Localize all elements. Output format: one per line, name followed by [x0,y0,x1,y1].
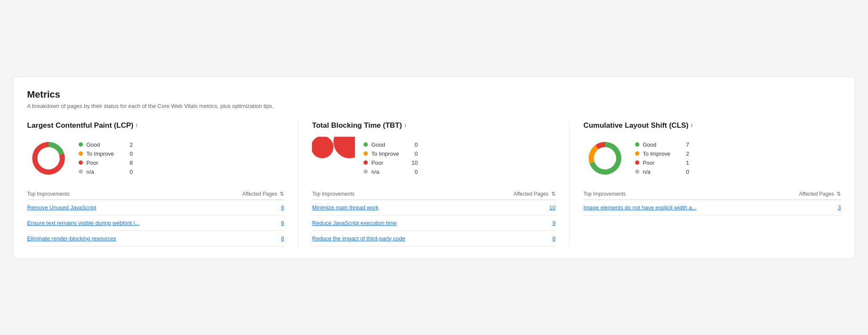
legend-item-tbt-2: Poor 10 [364,160,418,166]
table-row-tbt-0: Minimize main thread work 10 [312,200,555,215]
improvement-link-tbt-2[interactable]: Reduce the impact of third-party code [312,235,405,242]
legend-label-tbt-3: n/a [371,169,406,175]
legend-lcp: Good 2 To Improve 0 Poor 8 n/a 0 [79,141,133,175]
affected-count-cls-0[interactable]: 3 [771,200,841,215]
sort-icon-lcp[interactable]: ⇅ [280,191,284,197]
improvement-link-tbt-1[interactable]: Reduce JavaScript execution time [312,220,397,226]
improvements-table-cls: Top Improvements Affected Pages ⇅ Image … [584,188,841,215]
improvement-label-tbt-2: Reduce the impact of third-party code [312,231,480,246]
affected-count-lcp-0[interactable]: 8 [214,200,284,215]
improvements-table-lcp: Top Improvements Affected Pages ⇅ Remove… [27,188,284,246]
col-affected-pages-lcp: Affected Pages ⇅ [214,188,284,200]
legend-dot-lcp-0 [79,142,83,147]
metric-title-lcp: Largest Contentful Paint (LCP) i [27,121,284,130]
legend-dot-tbt-0 [364,142,368,147]
donut-lcp [27,137,70,180]
legend-count-cls-0: 7 [681,141,689,148]
legend-item-cls-0: Good 7 [635,141,689,148]
affected-count-tbt-0[interactable]: 10 [480,200,556,215]
improvement-link-lcp-2[interactable]: Eliminate render-blocking resources [27,235,116,242]
legend-item-lcp-1: To Improve 0 [79,151,133,157]
affected-count-lcp-2[interactable]: 8 [214,231,284,246]
legend-cls: Good 7 To Improve 2 Poor 1 n/a 0 [635,141,689,175]
legend-count-lcp-1: 0 [124,151,133,157]
legend-label-tbt-0: Good [371,141,406,148]
table-row-lcp-0: Remove Unused JavaScript 8 [27,200,284,215]
improvement-link-tbt-0[interactable]: Minimize main thread work [312,204,379,211]
improvement-link-cls-0[interactable]: Image elements do not have explicit widt… [584,204,697,211]
metric-visual-cls: Good 7 To Improve 2 Poor 1 n/a 0 [584,137,841,180]
table-row-lcp-1: Ensure text remains visible during webfo… [27,215,284,231]
col-affected-pages-cls: Affected Pages ⇅ [771,188,841,200]
legend-count-lcp-0: 2 [124,141,133,148]
improvements-table-tbt: Top Improvements Affected Pages ⇅ Minimi… [312,188,555,246]
legend-dot-tbt-1 [364,151,368,156]
legend-item-cls-2: Poor 1 [635,160,689,166]
legend-label-lcp-1: To Improve [86,151,121,157]
metric-section-tbt: Total Blocking Time (TBT) i Good 0 To Im… [298,121,569,246]
improvement-label-lcp-0: Remove Unused JavaScript [27,200,214,215]
metric-visual-tbt: Good 0 To Improve 0 Poor 10 n/a 0 [312,137,555,180]
legend-count-tbt-1: 0 [409,151,418,157]
improvement-label-lcp-1: Ensure text remains visible during webfo… [27,215,214,231]
legend-count-cls-2: 1 [681,160,689,166]
legend-dot-cls-1 [635,151,639,156]
sort-icon-cls[interactable]: ⇅ [837,191,841,197]
sort-icon-tbt[interactable]: ⇅ [551,191,556,197]
legend-item-cls-3: n/a 0 [635,169,689,175]
legend-dot-lcp-3 [79,169,83,174]
improvement-link-lcp-1[interactable]: Ensure text remains visible during webfo… [27,220,140,226]
info-icon-cls[interactable]: i [691,122,693,129]
legend-item-tbt-0: Good 0 [364,141,418,148]
legend-count-tbt-0: 0 [409,141,418,148]
legend-dot-tbt-3 [364,169,368,174]
table-row-tbt-2: Reduce the impact of third-party code 8 [312,231,555,246]
metric-title-cls: Cumulative Layout Shift (CLS) i [584,121,841,130]
improvement-label-tbt-1: Reduce JavaScript execution time [312,215,480,231]
col-improvements-cls: Top Improvements [584,188,771,200]
metric-visual-lcp: Good 2 To Improve 0 Poor 8 n/a 0 [27,137,284,180]
legend-item-tbt-3: n/a 0 [364,169,418,175]
legend-count-lcp-2: 8 [124,160,133,166]
metric-section-lcp: Largest Contentful Paint (LCP) i Good 2 … [27,121,298,246]
legend-tbt: Good 0 To Improve 0 Poor 10 n/a 0 [364,141,418,175]
legend-label-tbt-2: Poor [371,160,406,166]
donut-tbt [312,137,355,180]
metric-title-text: Cumulative Layout Shift (CLS) [584,121,689,130]
metric-title-tbt: Total Blocking Time (TBT) i [312,121,555,130]
legend-label-cls-3: n/a [643,169,677,175]
info-icon-tbt[interactable]: i [404,122,406,129]
info-icon-lcp[interactable]: i [136,122,138,129]
legend-count-tbt-3: 0 [409,169,418,175]
improvement-label-cls-0: Image elements do not have explicit widt… [584,200,771,215]
table-row-cls-0: Image elements do not have explicit widt… [584,200,841,215]
affected-count-tbt-2[interactable]: 8 [480,231,556,246]
legend-label-cls-2: Poor [643,160,677,166]
legend-label-lcp-2: Poor [86,160,121,166]
legend-item-lcp-0: Good 2 [79,141,133,148]
legend-dot-cls-0 [635,142,639,147]
legend-item-tbt-1: To Improve 0 [364,151,418,157]
legend-label-tbt-1: To Improve [371,151,406,157]
metric-title-text: Total Blocking Time (TBT) [312,121,402,130]
legend-label-lcp-3: n/a [86,169,121,175]
col-improvements-tbt: Top Improvements [312,188,480,200]
affected-count-lcp-1[interactable]: 8 [214,215,284,231]
legend-item-cls-1: To Improve 2 [635,151,689,157]
improvement-label-lcp-2: Eliminate render-blocking resources [27,231,214,246]
legend-dot-cls-3 [635,169,639,174]
legend-dot-lcp-2 [79,160,83,165]
legend-count-cls-1: 2 [681,151,689,157]
legend-dot-tbt-2 [364,160,368,165]
table-row-lcp-2: Eliminate render-blocking resources 8 [27,231,284,246]
card-subtitle: A breakdown of pages by their status for… [27,103,841,109]
improvement-link-lcp-0[interactable]: Remove Unused JavaScript [27,204,96,211]
card-title: Metrics [27,89,841,100]
metrics-card: Metrics A breakdown of pages by their st… [13,77,855,259]
legend-item-lcp-2: Poor 8 [79,160,133,166]
metric-title-text: Largest Contentful Paint (LCP) [27,121,133,130]
table-row-tbt-1: Reduce JavaScript execution time 9 [312,215,555,231]
affected-count-tbt-1[interactable]: 9 [480,215,556,231]
legend-count-cls-3: 0 [681,169,689,175]
legend-count-lcp-3: 0 [124,169,133,175]
